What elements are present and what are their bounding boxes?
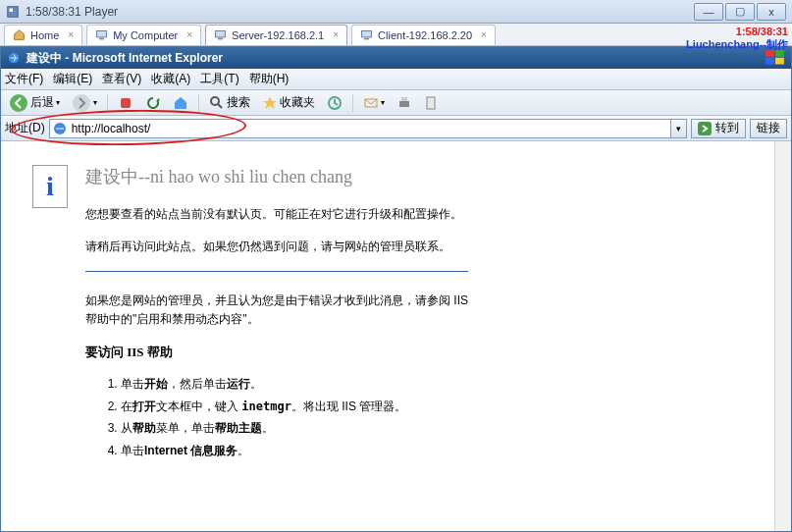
ie-toolbar: 后退 ▾ ▾ 搜索 收藏夹 ▾ — [1, 90, 791, 116]
links-label: 链接 — [757, 120, 780, 136]
section-heading: 要访问 IIS 帮助 — [85, 343, 468, 363]
svg-rect-1 — [97, 30, 107, 37]
go-button[interactable]: 转到 — [691, 119, 746, 138]
svg-rect-6 — [364, 38, 369, 40]
menu-tools[interactable]: 工具(T) — [200, 71, 238, 87]
search-label: 搜索 — [227, 94, 250, 111]
address-label: 地址(D) — [5, 120, 45, 136]
svg-rect-18 — [399, 101, 409, 107]
menu-favorites[interactable]: 收藏(A) — [151, 71, 190, 87]
star-icon — [262, 95, 278, 111]
mail-button[interactable]: ▾ — [359, 92, 389, 114]
edit-icon — [424, 95, 440, 111]
close-icon[interactable]: × — [481, 29, 487, 40]
home-icon — [173, 95, 188, 111]
search-button[interactable]: 搜索 — [205, 92, 254, 114]
tab-client[interactable]: Client-192.168.2.20 × — [351, 25, 496, 45]
tab-label: Home — [30, 29, 59, 41]
go-arrow-icon — [698, 122, 712, 135]
tab-home[interactable]: Home × — [4, 25, 82, 45]
mail-icon — [363, 95, 379, 111]
info-icon: i — [32, 165, 68, 208]
home-button[interactable] — [169, 92, 192, 114]
vmware-icon — [6, 5, 20, 19]
content-text: 请稍后再访问此站点。如果您仍然遇到问题，请与网站的管理员联系。 — [85, 238, 468, 256]
address-input[interactable] — [49, 119, 671, 138]
content-text: 如果您是网站的管理员，并且认为您是由于错误才收到此消息，请参阅 IIS帮助中的"… — [85, 292, 468, 329]
list-item: 单击Internet 信息服务。 — [121, 440, 468, 462]
computer-icon — [214, 28, 227, 41]
ie-content-area: i 建设中--ni hao wo shi liu chen chang 您想要查… — [1, 141, 774, 531]
computer-icon — [360, 28, 373, 41]
list-item: 单击开始，然后单击运行。 — [121, 373, 468, 396]
scrollbar[interactable] — [774, 141, 791, 531]
home-icon — [13, 28, 26, 41]
vmware-titlebar: 1:58/38:31 Player — ▢ x — [0, 0, 792, 24]
edit-button[interactable] — [420, 92, 444, 114]
instruction-list: 单击开始，然后单击运行。 在打开文本框中，键入 inetmgr。将出现 IIS … — [121, 373, 468, 462]
menu-help[interactable]: 帮助(H) — [249, 71, 290, 87]
back-label: 后退 — [30, 94, 54, 111]
back-button[interactable]: 后退 ▾ — [5, 92, 64, 114]
chevron-down-icon: ▾ — [381, 98, 385, 107]
links-button[interactable]: 链接 — [750, 119, 787, 138]
computer-icon — [95, 28, 108, 41]
tab-label: My Computer — [113, 29, 178, 41]
menu-edit[interactable]: 编辑(E) — [53, 71, 92, 87]
ie-titlebar: 建设中 - Microsoft Internet Explorer — [1, 47, 791, 69]
close-button[interactable]: x — [757, 3, 786, 21]
tab-label: Client-192.168.2.20 — [378, 29, 472, 41]
svg-rect-5 — [362, 30, 372, 37]
overlay-time: 1:58/38:31 — [686, 26, 788, 38]
watermark-overlay: 1:58/38:31 Liuchenchang--制作 — [686, 26, 788, 51]
ie-menubar: 文件(F) 编辑(E) 查看(V) 收藏(A) 工具(T) 帮助(H) — [1, 69, 791, 90]
history-icon — [327, 95, 343, 111]
maximize-button[interactable]: ▢ — [725, 3, 755, 21]
page-heading: 建设中--ni hao wo shi liu chen chang — [85, 165, 468, 189]
tab-mycomputer[interactable]: My Computer × — [86, 25, 201, 45]
overlay-credit: Liuchenchang--制作 — [686, 38, 788, 51]
close-icon[interactable]: × — [186, 29, 192, 40]
svg-point-15 — [211, 97, 219, 105]
history-button[interactable] — [323, 92, 346, 114]
svg-rect-14 — [121, 98, 131, 108]
list-item: 在打开文本框中，键入 inetmgr。将出现 IIS 管理器。 — [121, 396, 468, 418]
svg-rect-2 — [99, 38, 104, 40]
svg-rect-19 — [401, 97, 407, 101]
chevron-down-icon: ▾ — [676, 124, 681, 133]
ie-window: 建设中 - Microsoft Internet Explorer 文件(F) … — [0, 46, 792, 532]
menu-view[interactable]: 查看(V) — [102, 71, 141, 87]
address-dropdown[interactable]: ▾ — [671, 119, 687, 138]
forward-arrow-icon — [72, 93, 91, 113]
stop-button[interactable] — [114, 92, 137, 114]
back-arrow-icon — [9, 93, 28, 113]
content-text: 您想要查看的站点当前没有默认页。可能正在对它进行升级和配置操作。 — [85, 205, 468, 224]
page-icon — [53, 122, 67, 135]
svg-rect-22 — [698, 122, 712, 135]
refresh-button[interactable] — [141, 92, 165, 114]
close-icon[interactable]: × — [333, 29, 339, 40]
refresh-icon — [145, 95, 161, 111]
ie-addressbar: 地址(D) ▾ 转到 链接 — [1, 116, 791, 141]
divider — [85, 271, 468, 272]
svg-point-13 — [73, 94, 90, 112]
favorites-button[interactable]: 收藏夹 — [258, 92, 319, 114]
print-button[interactable] — [393, 92, 416, 114]
search-icon — [209, 95, 225, 111]
menu-file[interactable]: 文件(F) — [5, 71, 43, 87]
print-icon — [396, 95, 412, 111]
minimize-button[interactable]: — — [694, 3, 723, 21]
svg-rect-3 — [216, 30, 226, 37]
tab-label: Server-192.168.2.1 — [232, 29, 324, 41]
go-label: 转到 — [715, 120, 739, 136]
ie-logo-icon — [7, 51, 21, 65]
chevron-down-icon: ▾ — [93, 98, 97, 107]
tab-server[interactable]: Server-192.168.2.1 × — [205, 25, 347, 45]
list-item: 从帮助菜单，单击帮助主题。 — [121, 417, 468, 440]
forward-button[interactable]: ▾ — [68, 92, 101, 114]
svg-rect-20 — [427, 97, 435, 109]
favorites-label: 收藏夹 — [280, 94, 315, 111]
close-icon[interactable]: × — [68, 29, 74, 40]
svg-rect-10 — [766, 58, 774, 65]
stop-icon — [118, 95, 133, 111]
